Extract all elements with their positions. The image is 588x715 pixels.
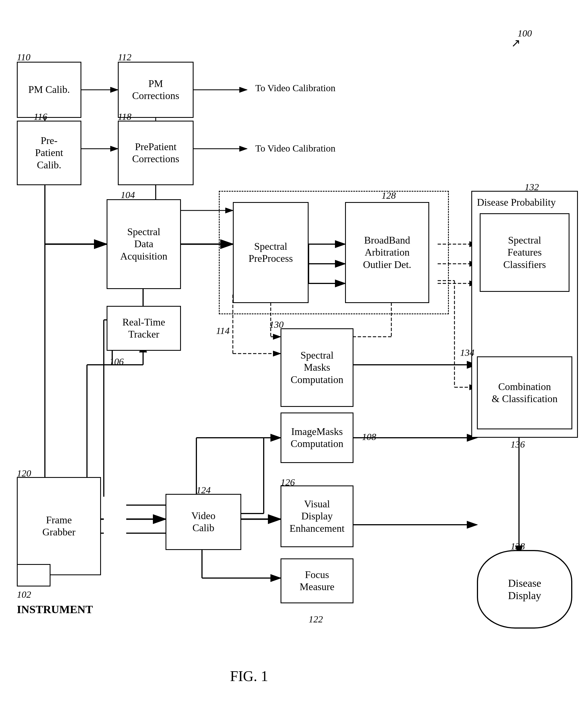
ref-134: 134 [460, 347, 475, 358]
instrument-label: INSTRUMENT [17, 603, 93, 616]
pm-calib-box: PM Calib. [17, 62, 81, 118]
frame-grabber-box: FrameGrabber [17, 477, 101, 575]
diagram: 100 ↗ PM Calib. 110 PMCorrections 112 To… [0, 0, 588, 715]
ref-108: 108 [362, 432, 376, 442]
spectral-masks-box: SpectralMasksComputation [280, 328, 354, 407]
spectral-data-acquisition-box: SpectralDataAcquisition [107, 199, 181, 289]
prepatient-corrections-label: PrePatientCorrections [132, 141, 179, 165]
ref-132: 132 [525, 182, 539, 192]
combination-classification-box: Combination& Classification [477, 356, 572, 429]
to-video-cal-2: To Video Calibration [255, 143, 336, 154]
image-masks-box: ImageMasksComputation [280, 412, 354, 463]
ref-102: 102 [17, 589, 31, 600]
disease-display-label: DiseaseDisplay [508, 577, 541, 601]
ref-122: 122 [309, 614, 323, 625]
prepatient-corrections-box: PrePatientCorrections [118, 121, 193, 185]
video-calib-label: VideoCalib [191, 510, 215, 534]
ref-128: 128 [381, 190, 396, 201]
ref-104: 104 [121, 190, 135, 200]
focus-measure-label: FocusMeasure [300, 569, 334, 593]
ref-100-arrow: ↗ [511, 37, 521, 50]
visual-display-label: VisualDisplayEnhancement [290, 498, 344, 535]
ref-112: 112 [118, 52, 131, 63]
fig-label: FIG. 1 [230, 668, 268, 685]
image-masks-label: ImageMasksComputation [291, 426, 343, 450]
spectral-features-label: SpectralFeaturesClassifiers [503, 234, 546, 271]
broadband-label: BroadBandArbitrationOutlier Det. [363, 234, 411, 271]
pre-patient-calib-box: Pre-PatientCalib. [17, 121, 81, 185]
pre-patient-calib-label: Pre-PatientCalib. [35, 135, 63, 171]
ref-124: 124 [196, 485, 211, 495]
disease-probability-title: Disease Probability [477, 197, 556, 208]
to-video-cal-1: To Video Calibration [255, 83, 336, 94]
combination-classification-label: Combination& Classification [492, 381, 558, 405]
disease-display-box: DiseaseDisplay [477, 550, 572, 629]
ref-138: 138 [510, 541, 525, 552]
spectral-preprocess-label: SpectralPreProcess [249, 241, 293, 265]
ref-110: 110 [17, 52, 30, 63]
ref-106: 106 [109, 356, 124, 367]
ref-118: 118 [118, 111, 131, 122]
real-time-tracker-label: Real-TimeTracker [122, 316, 165, 340]
pm-corrections-label: PMCorrections [132, 78, 179, 102]
pm-calib-label: PM Calib. [28, 84, 70, 96]
spectral-masks-label: SpectralMasksComputation [291, 349, 343, 386]
spectral-data-acquisition-label: SpectralDataAcquisition [120, 226, 167, 262]
ref-126: 126 [280, 477, 295, 488]
ref-130: 130 [269, 319, 284, 330]
spectral-features-box: SpectralFeaturesClassifiers [480, 213, 569, 292]
ref-114: 114 [216, 326, 230, 336]
visual-display-box: VisualDisplayEnhancement [280, 486, 354, 547]
broadband-box: BroadBandArbitrationOutlier Det. [345, 202, 429, 303]
ref-116: 116 [34, 111, 47, 122]
ref-136: 136 [510, 439, 525, 450]
frame-grabber-sub-box [17, 564, 50, 587]
frame-grabber-label: FrameGrabber [42, 514, 76, 538]
spectral-preprocess-box: SpectralPreProcess [233, 202, 309, 303]
video-calib-box: VideoCalib [166, 494, 241, 550]
pm-corrections-box: PMCorrections [118, 62, 193, 118]
focus-measure-box: FocusMeasure [280, 558, 354, 603]
real-time-tracker-box: Real-TimeTracker [107, 306, 181, 351]
ref-120: 120 [17, 468, 31, 479]
